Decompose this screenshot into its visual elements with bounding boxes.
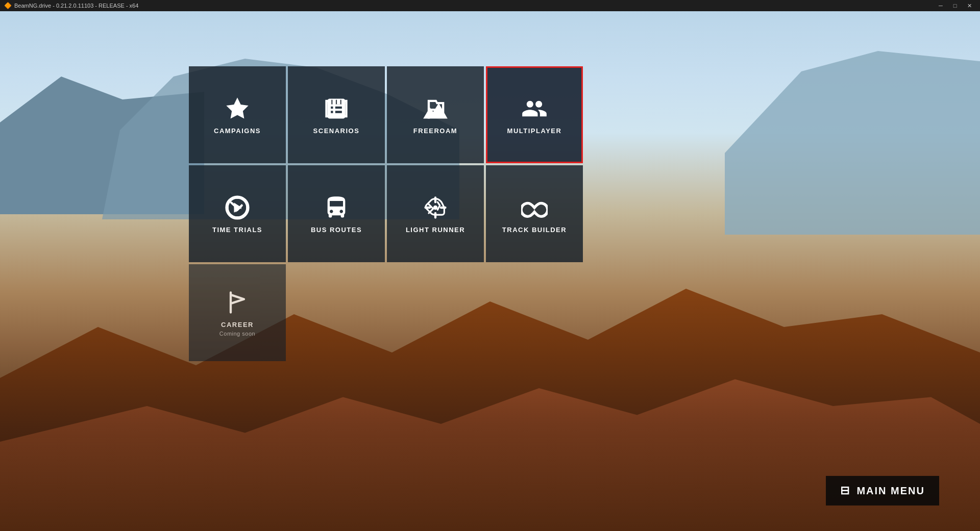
timetrials-icon (224, 194, 251, 221)
main-menu-icon: ⊟ (840, 484, 850, 497)
timetrials-label: TIME TRIALS (212, 226, 262, 234)
multiplayer-icon (521, 95, 548, 122)
trackbuilder-icon (521, 194, 548, 221)
app-icon: 🔶 (4, 2, 11, 9)
minimize-button[interactable]: ─ (934, 1, 947, 10)
career-label: Career (221, 321, 254, 328)
maximize-button[interactable]: □ (948, 1, 962, 10)
window-title: BeamNG.drive - 0.21.2.0.11103 - RELEASE … (14, 3, 138, 9)
multiplayer-label: MULTIPLAYER (507, 127, 562, 135)
svg-point-6 (433, 205, 438, 210)
menu-item-career[interactable]: Career Coming soon (189, 264, 286, 361)
menu-item-campaigns[interactable]: CAMPAIGNS (189, 66, 286, 163)
menu-item-trackbuilder[interactable]: TRACK BUILDER (486, 165, 583, 262)
lightrunner-label: LIGHT RUNNER (406, 226, 465, 234)
career-icon (224, 289, 251, 316)
menu-item-scenarios[interactable]: SCENARIOS (288, 66, 385, 163)
career-sublabel: Coming soon (219, 331, 255, 337)
campaigns-label: CAMPAIGNS (214, 127, 261, 135)
main-menu-button[interactable]: ⊟ MAIN MENU (826, 476, 939, 505)
scenarios-icon (323, 95, 350, 122)
titlebar: 🔶 BeamNG.drive - 0.21.2.0.11103 - RELEAS… (0, 0, 980, 11)
menu-item-freeroam[interactable]: FREEROAM (387, 66, 484, 163)
close-button[interactable]: ✕ (963, 1, 976, 10)
menu-item-multiplayer[interactable]: MULTIPLAYER (486, 66, 583, 163)
menu-item-lightrunner[interactable]: LIGHT RUNNER (387, 165, 484, 262)
mountains-icon (422, 95, 449, 122)
scenarios-label: SCENARIOS (313, 127, 360, 135)
freeroam-label: FREEROAM (413, 127, 457, 135)
menu-item-busroutes[interactable]: BUS ROUTES (288, 165, 385, 262)
lightrunner-icon (422, 194, 449, 221)
trackbuilder-label: TRACK BUILDER (502, 226, 567, 234)
titlebar-left: 🔶 BeamNG.drive - 0.21.2.0.11103 - RELEAS… (4, 2, 138, 9)
star-icon (224, 95, 251, 122)
main-menu-label: MAIN MENU (856, 485, 925, 497)
menu-item-timetrials[interactable]: TIME TRIALS (189, 165, 286, 262)
bus-icon (323, 194, 350, 221)
titlebar-controls: ─ □ ✕ (934, 1, 976, 10)
busroutes-label: BUS ROUTES (311, 226, 362, 234)
menu-grid: CAMPAIGNS SCENARIOS FREEROAM MULTIPLAYER (189, 66, 583, 361)
